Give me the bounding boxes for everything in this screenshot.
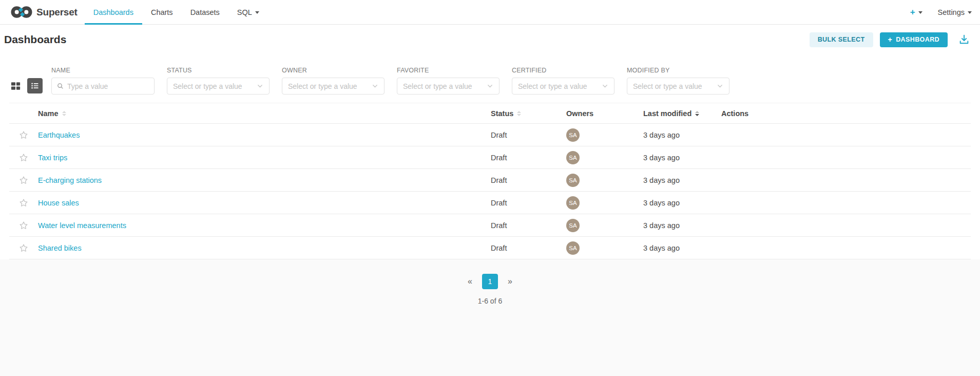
chevron-down-icon: [918, 11, 923, 14]
table-header-row: Name Status Owners Last modified Actions: [9, 103, 971, 124]
new-item-menu[interactable]: +: [910, 7, 923, 17]
owner-avatar: SA: [566, 128, 580, 142]
next-page-button[interactable]: »: [508, 277, 512, 286]
top-nav: Superset Dashboards Charts Datasets SQL …: [0, 0, 980, 25]
main-nav-items: Dashboards Charts Datasets SQL: [85, 0, 268, 24]
chevron-down-icon: [487, 83, 493, 89]
certified-filter-select[interactable]: Select or type a value: [512, 78, 614, 95]
status-cell: Draft: [491, 199, 566, 207]
nav-item-sql[interactable]: SQL: [228, 0, 268, 24]
status-cell: Draft: [491, 244, 566, 252]
last-modified-cell: 3 days ago: [643, 131, 721, 139]
nav-right: + Settings: [910, 0, 980, 24]
favorite-filter-select[interactable]: Select or type a value: [397, 78, 499, 95]
owners-cell: SA: [566, 151, 643, 164]
filter-list: NAME STATUS Select or type a value: [51, 67, 729, 95]
favorite-star-icon[interactable]: [14, 153, 33, 162]
last-modified-cell: 3 days ago: [643, 199, 721, 207]
dashboard-link[interactable]: Earthquakes: [38, 131, 80, 139]
owner-filter-select[interactable]: Select or type a value: [282, 78, 385, 95]
filter-favorite: FAVORITE Select or type a value: [397, 67, 499, 95]
brand-name: Superset: [36, 7, 78, 18]
pagination: « 1 »: [0, 274, 980, 289]
chevron-down-icon: [255, 11, 259, 14]
pagination-summary: 1-6 of 6: [0, 297, 980, 305]
status-cell: Draft: [491, 221, 566, 230]
list-view-toggle[interactable]: [27, 78, 43, 93]
owner-avatar: SA: [566, 241, 580, 255]
dashboard-link[interactable]: Taxi trips: [38, 154, 67, 162]
plus-icon: +: [888, 35, 893, 44]
favorite-star-icon[interactable]: [14, 130, 33, 140]
dashboard-link[interactable]: Water level measurements: [38, 221, 126, 230]
owners-cell: SA: [566, 128, 643, 142]
filter-bar: NAME STATUS Select or type a value: [0, 54, 980, 103]
view-mode-toggles: [8, 78, 43, 93]
status-filter-select[interactable]: Select or type a value: [167, 78, 270, 95]
import-dashboards-button[interactable]: [958, 34, 970, 45]
filter-owner: OWNER Select or type a value: [282, 67, 385, 95]
table-row: Water level measurements Draft SA 3 days…: [9, 214, 971, 237]
filter-certified: CERTIFIED Select or type a value: [512, 67, 614, 95]
grid-view-icon: [10, 81, 21, 91]
new-dashboard-button[interactable]: + DASHBOARD: [880, 32, 948, 47]
chevron-down-icon: [717, 83, 723, 89]
last-modified-cell: 3 days ago: [643, 244, 721, 252]
sort-icon: [517, 111, 521, 116]
name-filter-input[interactable]: [67, 82, 149, 90]
filter-status: STATUS Select or type a value: [167, 67, 270, 95]
last-modified-cell: 3 days ago: [643, 176, 721, 184]
favorite-star-icon[interactable]: [14, 198, 33, 208]
page-header: Dashboards BULK SELECT + DASHBOARD: [0, 25, 980, 54]
column-header-owners: Owners: [566, 109, 643, 118]
card-view-toggle[interactable]: [8, 78, 23, 93]
column-header-status[interactable]: Status: [491, 109, 566, 118]
dashboard-link[interactable]: E-charging stations: [38, 176, 102, 184]
column-header-last-modified[interactable]: Last modified: [643, 109, 721, 118]
header-actions: BULK SELECT + DASHBOARD: [810, 32, 970, 47]
owner-avatar: SA: [566, 219, 580, 232]
dashboards-list-view: NAME STATUS Select or type a value: [0, 54, 980, 259]
nav-item-datasets[interactable]: Datasets: [182, 0, 228, 24]
dashboards-table: Name Status Owners Last modified Actions: [9, 103, 971, 259]
owners-cell: SA: [566, 219, 643, 232]
table-row: Earthquakes Draft SA 3 days ago: [9, 124, 971, 146]
list-view-icon: [30, 81, 40, 91]
owners-cell: SA: [566, 241, 643, 255]
favorite-star-icon[interactable]: [14, 243, 33, 253]
chevron-down-icon: [602, 83, 608, 89]
import-download-icon: [958, 34, 970, 45]
chevron-down-icon: [968, 11, 972, 14]
search-icon: [57, 83, 64, 89]
sort-desc-icon: [695, 111, 699, 116]
nav-item-charts[interactable]: Charts: [142, 0, 182, 24]
prev-page-button[interactable]: «: [468, 277, 472, 286]
superset-infinity-icon: [10, 5, 33, 20]
dashboard-link[interactable]: House sales: [38, 199, 79, 207]
nav-item-dashboards[interactable]: Dashboards: [85, 0, 142, 24]
column-header-name[interactable]: Name: [33, 109, 491, 118]
plus-icon: +: [910, 7, 915, 17]
chevron-down-icon: [372, 83, 378, 89]
superset-logo[interactable]: Superset: [0, 0, 82, 24]
sort-icon: [62, 111, 66, 116]
status-cell: Draft: [491, 131, 566, 139]
page-1-button[interactable]: 1: [482, 274, 498, 289]
owner-avatar: SA: [566, 196, 580, 210]
favorite-star-icon[interactable]: [14, 221, 33, 230]
table-row: Taxi trips Draft SA 3 days ago: [9, 146, 971, 169]
dashboard-link[interactable]: Shared bikes: [38, 244, 82, 252]
bulk-select-button[interactable]: BULK SELECT: [810, 32, 873, 47]
table-row: Shared bikes Draft SA 3 days ago: [9, 237, 971, 259]
last-modified-cell: 3 days ago: [643, 221, 721, 230]
settings-menu[interactable]: Settings: [938, 8, 972, 16]
status-cell: Draft: [491, 154, 566, 162]
owner-avatar: SA: [566, 151, 580, 164]
status-cell: Draft: [491, 176, 566, 184]
column-header-actions: Actions: [721, 109, 971, 118]
modified-by-filter-select[interactable]: Select or type a value: [627, 78, 729, 95]
favorite-star-icon[interactable]: [14, 176, 33, 185]
table-row: House sales Draft SA 3 days ago: [9, 192, 971, 214]
owners-cell: SA: [566, 196, 643, 210]
filter-name: NAME: [51, 67, 155, 95]
